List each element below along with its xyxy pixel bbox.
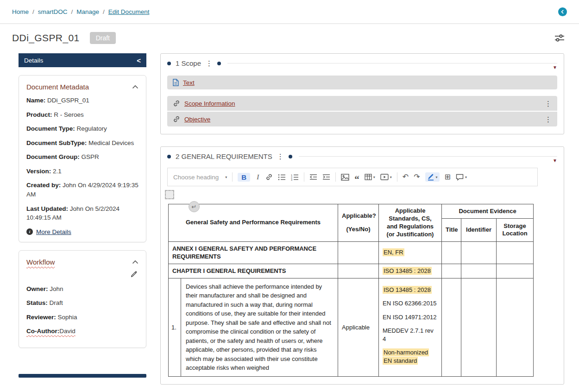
insert-placeholder-button[interactable]: ⊞ [445,173,451,181]
chevron-up-icon[interactable] [132,260,138,264]
objective-row[interactable]: Objective ⋮ [167,111,557,126]
identifier-cell[interactable] [461,278,497,376]
more-details-link[interactable]: More Details [36,228,71,235]
outdent-button[interactable] [309,174,317,180]
section-bullet-icon [167,155,171,158]
outdent-icon [309,174,317,180]
standard-item: EN, FR [383,248,404,256]
indent-icon [322,174,330,180]
title-cell[interactable] [442,241,461,264]
standard-item: EN ISO 14971:2012 [383,313,438,322]
highlight-pen-button[interactable]: ▾ [425,172,440,182]
metadata-card-head: Document Metadata [26,83,138,91]
header-evidence-group-cell[interactable]: Document Evidence [442,204,534,219]
standard-item: EN ISO 62366:2015 [383,299,438,308]
bold-button[interactable]: B [238,173,250,182]
breadcrumb-smartdoc[interactable]: smartDOC [38,8,68,15]
field-value: 2.1 [53,168,62,175]
collapse-left-icon[interactable]: < [137,57,141,64]
settings-sliders-icon[interactable] [554,34,565,42]
field-label: Reviewer: [26,314,56,321]
bullet-list-button[interactable] [278,174,286,181]
header-identifier-cell[interactable]: Identifier [461,219,497,241]
blockquote-button[interactable]: “ [354,177,359,181]
applicable-cell[interactable] [338,241,379,264]
storage-cell[interactable] [497,278,534,376]
scope-text-link[interactable]: Text [183,79,195,86]
return-arrow-icon[interactable]: ↵ [189,201,200,212]
kebab-menu-icon[interactable]: ⋮ [206,60,213,67]
identifier-cell[interactable] [461,241,497,264]
breadcrumb-separator: / [71,8,73,15]
toolbar-separator [397,172,397,182]
requirement-text[interactable]: Devices shall achieve the performance in… [181,278,338,376]
table-header-row: General Safety and Performance Requireme… [169,204,534,219]
requirement-cell[interactable]: 1. Devices shall achieve the performance… [169,278,338,376]
heading-select[interactable]: Choose heading ▾ [173,174,227,181]
scope-information-link[interactable]: Scope Information [184,100,235,107]
title-cell[interactable] [442,264,461,278]
undo-button[interactable]: ↶ [403,173,409,181]
metadata-card-title: Document Metadata [26,83,89,91]
header-storage-cell[interactable]: Storage Location [497,219,534,241]
section-collapse-icon[interactable]: ▼ [553,65,557,70]
bullet-list-icon [278,174,286,181]
insert-table-button[interactable]: ▾ [365,174,375,180]
insert-media-button[interactable]: ▾ [380,174,392,180]
standard-item: Non-harmonized EN standard [383,348,429,365]
requirement-cell[interactable]: ANNEX I GENERAL SAFETY AND PERFORMANCE R… [169,241,338,264]
applicable-cell[interactable]: Applicable [338,278,379,376]
kebab-menu-icon[interactable]: ⋮ [545,116,552,123]
field-value: Sophia [58,314,77,321]
standards-cell[interactable]: EN, FR [379,241,442,264]
details-panel-header[interactable]: Details < [19,53,146,67]
identifier-cell[interactable] [461,264,497,278]
standards-cell[interactable]: ISO 13485 : 2028 EN ISO 62366:2015 EN IS… [379,278,442,376]
edit-pencil-icon[interactable] [131,271,138,279]
scope-links-group: Scope Information ⋮ Objective ⋮ [167,96,557,126]
scope-information-row[interactable]: Scope Information ⋮ [167,96,557,111]
section-general-requirements: 2 GENERAL REQUIREMENTS ⋮ ▼ Choose headin… [160,146,564,385]
italic-button[interactable]: I [255,173,260,181]
kebab-menu-icon[interactable]: ⋮ [277,153,284,160]
insert-link-button[interactable] [265,173,273,181]
section-divider [299,156,557,157]
collapse-page-button[interactable] [558,7,567,16]
insert-image-button[interactable] [341,174,349,181]
table-drag-handle-icon[interactable] [165,190,174,199]
chevron-up-icon[interactable] [132,85,138,89]
breadcrumb-home[interactable]: Home [12,8,29,15]
applicable-cell[interactable] [338,264,379,278]
header-title-cell[interactable]: Title [442,219,461,241]
storage-cell[interactable] [497,264,534,278]
objective-link[interactable]: Objective [184,116,210,123]
section-bullet-icon [289,155,292,158]
section-collapse-icon[interactable]: ▼ [553,158,557,163]
scope-text-block[interactable]: Text [167,76,557,89]
metadata-field-doc-type: Document Type: Regulatory [26,124,138,133]
standard-item: ISO 13485 : 2028 [383,286,432,294]
breadcrumb-manage[interactable]: Manage [76,8,99,15]
storage-cell[interactable] [497,241,534,264]
breadcrumb-bar: Home / smartDOC / Manage / Edit Document [0,0,579,24]
standards-cell[interactable]: ISO 13485 : 2028 [379,264,442,278]
link-icon [265,173,273,181]
redo-button[interactable]: ↷ [414,173,420,181]
gspr-table: General Safety and Performance Requireme… [168,204,534,377]
comment-button[interactable]: ▾ [456,174,467,181]
numbered-list-button[interactable]: 123 [291,174,299,181]
header-applicable-cell[interactable]: Applicable? (Yes/No) [338,204,379,242]
gspr-table-body: ANNEX I GENERAL SAFETY AND PERFORMANCE R… [169,241,534,376]
section-bullet-icon [217,62,221,65]
field-value: John [50,285,63,292]
field-label: Co-Author: [26,328,59,335]
indent-button[interactable] [322,174,330,180]
status-badge: Draft [90,32,116,44]
requirement-cell[interactable]: CHAPTER I GENERAL REQUIREMENTS [169,264,338,278]
metadata-field-doc-subtype: Document SubType: Medical Devices [26,139,138,148]
kebab-menu-icon[interactable]: ⋮ [545,100,552,107]
breadcrumb-edit-document[interactable]: Edit Document [108,8,150,15]
title-cell[interactable] [442,278,461,376]
editor-canvas[interactable]: ↵ General Safety and Performance Require… [167,190,538,377]
header-standards-cell[interactable]: Applicable Standards, CS, and Regulation… [379,204,442,242]
